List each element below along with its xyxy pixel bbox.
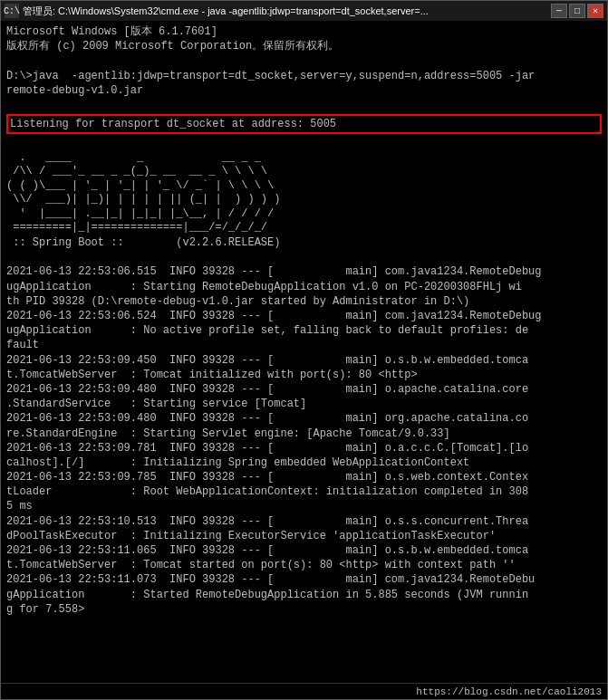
terminal-body: Microsoft Windows [版本 6.1.7601] 版权所有 (c)… [1, 21, 607, 683]
log-line-4: 2021-06-13 22:53:09.480 INFO 39328 --- [… [6, 382, 602, 411]
title-bar: C:\ 管理员: C:\Windows\System32\cmd.exe - j… [1, 1, 607, 21]
line-jar: remote-debug-v1.0.jar [6, 83, 602, 98]
ascii-line-2: /\\ / ___'_ __ _ _(_)_ __ __ _ \ \ \ \ [6, 165, 602, 179]
maximize-button[interactable]: □ [569, 4, 585, 18]
line-3 [6, 53, 602, 68]
status-link: https://blog.csdn.net/caoli2013 [416, 686, 602, 697]
listening-highlight: Listening for transport dt_socket at add… [6, 114, 602, 134]
log-line-2: 2021-06-13 22:53:06.524 INFO 39328 --- [… [6, 309, 602, 353]
spring-boot-line: :: Spring Boot :: (v2.2.6.RELEASE) [6, 235, 602, 250]
log-line-5: 2021-06-13 22:53:09.480 INFO 39328 --- [… [6, 411, 602, 440]
log-line-3: 2021-06-13 22:53:09.450 INFO 39328 --- [… [6, 353, 602, 382]
log-line-6: 2021-06-13 22:53:09.781 INFO 39328 --- [… [6, 441, 602, 470]
close-button[interactable]: ✕ [587, 4, 603, 18]
listening-line: Listening for transport dt_socket at add… [6, 114, 602, 134]
ascii-line-6: =========|_|==============|___/=/_/_/_/ [6, 221, 602, 235]
log-line-8: 2021-06-13 22:53:10.513 INFO 39328 --- [… [6, 514, 602, 543]
minimize-button[interactable]: ─ [551, 4, 567, 18]
ascii-line-5: ' |____| .__|_| |_|_| |_\__, | / / / / [6, 207, 602, 222]
log-line-1: 2021-06-13 22:53:06.515 INFO 39328 --- [… [6, 264, 602, 309]
ascii-line-4: \\/ ___)| |_)| | | | | || (_| | ) ) ) ) [6, 193, 602, 207]
title-bar-left: C:\ 管理员: C:\Windows\System32\cmd.exe - j… [5, 4, 429, 18]
ascii-line-1: . ____ _ __ _ _ [6, 151, 602, 166]
line-command: D:\>java -agentlib:jdwp=transport=dt_soc… [6, 69, 602, 83]
title-bar-text: 管理员: C:\Windows\System32\cmd.exe - java … [23, 5, 429, 18]
cmd-icon: C:\ [5, 4, 19, 18]
log-line-10: 2021-06-13 22:53:11.073 INFO 39328 --- [… [6, 572, 602, 617]
log-line-7: 2021-06-13 22:53:09.785 INFO 39328 --- [… [6, 470, 602, 514]
title-bar-controls[interactable]: ─ □ ✕ [551, 4, 603, 18]
line-1: Microsoft Windows [版本 6.1.7601] [6, 24, 602, 39]
cmd-window: C:\ 管理员: C:\Windows\System32\cmd.exe - j… [0, 0, 608, 700]
ascii-line-3: ( ( )\___ | '_ | '_| | '_ \/ _` | \ \ \ … [6, 179, 602, 194]
status-bar: https://blog.csdn.net/caoli2013 [1, 683, 607, 699]
line-blank3 [6, 250, 602, 264]
line-2: 版权所有 (c) 2009 Microsoft Corporation。保留所有… [6, 39, 602, 53]
line-blank1 [6, 98, 602, 112]
line-blank2 [6, 136, 602, 150]
log-line-9: 2021-06-13 22:53:11.065 INFO 39328 --- [… [6, 543, 602, 572]
